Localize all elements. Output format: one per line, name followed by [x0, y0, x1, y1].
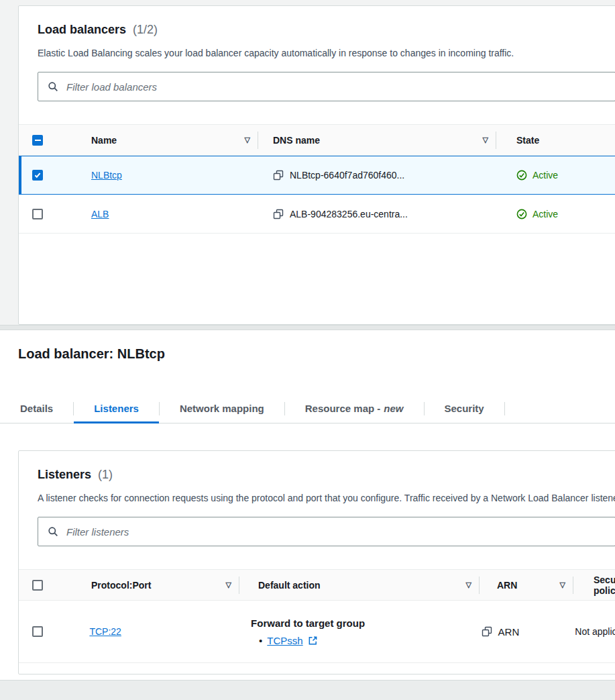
column-header-name[interactable]: Name ▽	[78, 125, 258, 155]
listeners-description: A listener checks for connection request…	[38, 493, 615, 503]
column-header-security-label: Security policy	[594, 574, 615, 596]
bullet-icon: •	[259, 635, 262, 646]
tab-details[interactable]: Details	[0, 394, 73, 423]
sort-icon[interactable]: ▽	[560, 581, 565, 589]
pane-resizer[interactable]	[0, 325, 615, 330]
tab-listeners[interactable]: Listeners	[74, 394, 159, 423]
load-balancer-link[interactable]: NLBtcp	[91, 170, 122, 181]
column-header-name-label: Name	[91, 135, 117, 146]
arn-cell: ARN	[464, 601, 555, 662]
column-header-dns-label: DNS name	[273, 135, 320, 146]
target-group-link[interactable]: TCPssh	[267, 635, 302, 646]
active-tab-underline	[74, 421, 159, 423]
load-balancers-description: Elastic Load Balancing scales your load …	[38, 48, 615, 58]
dns-cell: ALB-904283256.eu-centra...	[258, 195, 496, 233]
detail-heading: Load balancer: NLBtcp	[18, 346, 615, 362]
row-select-cell	[19, 156, 78, 194]
row-checkbox[interactable]	[32, 170, 43, 181]
load-balancers-filter-input[interactable]	[65, 81, 606, 93]
select-all-cell	[19, 125, 78, 155]
column-header-dns-name[interactable]: DNS name ▽	[258, 125, 496, 155]
listeners-filter-input[interactable]	[65, 526, 606, 538]
tab-listeners-label: Listeners	[94, 403, 139, 414]
load-balancers-filter[interactable]	[38, 72, 615, 101]
tab-security[interactable]: Security	[425, 394, 504, 423]
dns-cell: NLBtcp-6640f7ad760f460...	[258, 156, 496, 194]
sort-icon[interactable]: ▽	[466, 581, 471, 589]
forward-action-title: Forward to target group	[251, 617, 365, 629]
row-select-cell	[19, 195, 78, 233]
search-icon	[48, 526, 58, 537]
listener-row-tcp-22: TCP:22 Forward to target group • TCPssh	[19, 601, 615, 663]
arn-value: ARN	[498, 626, 520, 638]
select-all-checkbox[interactable]	[32, 135, 43, 146]
tab-network-mapping-label: Network mapping	[180, 403, 264, 414]
load-balancer-link[interactable]: ALB	[91, 209, 109, 219]
security-policy-cell: Not applicable	[555, 601, 615, 662]
sort-icon[interactable]: ▽	[226, 581, 231, 589]
column-header-arn-label: ARN	[497, 580, 517, 591]
copy-icon[interactable]	[482, 626, 492, 637]
load-balancers-title-text: Load balancers	[38, 23, 126, 36]
listeners-title: Listeners (1)	[38, 467, 615, 482]
load-balancers-table: Name ▽ DNS name ▽ State ▽	[19, 124, 615, 234]
listeners-card: Listeners (1) A listener checks for conn…	[18, 450, 615, 674]
state-badge: Active	[533, 170, 558, 181]
active-status-icon	[516, 170, 527, 181]
listener-link[interactable]: TCP:22	[89, 626, 121, 637]
sort-icon[interactable]: ▽	[245, 136, 250, 144]
table-row-alb: ALB ALB-904283256.eu-centra...	[19, 195, 615, 234]
active-status-icon	[516, 209, 527, 219]
listeners-filter[interactable]	[38, 517, 615, 546]
tab-security-label: Security	[445, 403, 484, 414]
load-balancer-detail-pane: Load balancer: NLBtcp Details Listeners …	[0, 330, 615, 700]
default-action-cell: Forward to target group • TCPssh	[232, 601, 464, 662]
copy-icon[interactable]	[273, 170, 284, 181]
listeners-table: Protocol:Port ▽ Default action ▽ ARN ▽ S…	[19, 569, 615, 663]
page-bottom-strip	[0, 680, 615, 700]
listeners-title-text: Listeners	[38, 468, 91, 481]
dns-value: NLBtcp-6640f7ad760f460...	[290, 170, 404, 181]
protocol-port-cell: TCP:22	[76, 601, 232, 662]
tab-network-mapping[interactable]: Network mapping	[160, 394, 284, 423]
select-all-checkbox[interactable]	[32, 580, 43, 591]
tab-resource-map-new-label: new	[384, 403, 403, 414]
state-badge: Active	[533, 209, 558, 219]
row-select-cell	[19, 601, 76, 662]
column-header-state-label: State	[516, 135, 539, 146]
table-row-nlbtcp: NLBtcp NLBtcp-6640f7ad760f460...	[19, 156, 615, 195]
security-policy-value: Not applicable	[575, 626, 615, 637]
column-header-security-policy[interactable]: Security policy	[573, 570, 615, 600]
tab-resource-map[interactable]: Resource map - new	[285, 394, 424, 423]
column-header-default-action[interactable]: Default action ▽	[239, 570, 480, 600]
name-cell: NLBtcp	[78, 156, 258, 194]
column-header-protocol-label: Protocol:Port	[91, 580, 151, 591]
column-header-action-label: Default action	[258, 580, 321, 591]
load-balancers-pane: Load balancers (1/2) Elastic Load Balanc…	[0, 0, 615, 325]
load-balancers-count: (1/2)	[133, 23, 158, 36]
column-header-protocol-port[interactable]: Protocol:Port ▽	[78, 570, 239, 600]
detail-tabs: Details Listeners Network mapping Resour…	[0, 394, 615, 423]
load-balancers-title: Load balancers (1/2)	[38, 22, 615, 37]
load-balancers-card: Load balancers (1/2) Elastic Load Balanc…	[18, 5, 615, 325]
tab-divider	[504, 402, 505, 415]
dns-value: ALB-904283256.eu-centra...	[290, 209, 408, 219]
state-cell: Active	[496, 156, 615, 194]
copy-icon[interactable]	[273, 209, 284, 219]
row-checkbox[interactable]	[32, 626, 43, 637]
listeners-table-header: Protocol:Port ▽ Default action ▽ ARN ▽ S…	[19, 570, 615, 601]
row-checkbox[interactable]	[32, 209, 43, 219]
check-icon	[34, 171, 42, 179]
select-all-cell	[19, 570, 78, 600]
sort-icon[interactable]: ▽	[483, 136, 488, 144]
listeners-count: (1)	[98, 468, 113, 481]
name-cell: ALB	[78, 195, 258, 233]
state-cell: Active	[496, 195, 615, 233]
tab-resource-map-label: Resource map -	[305, 403, 381, 414]
load-balancers-table-header: Name ▽ DNS name ▽ State ▽	[19, 125, 615, 156]
external-link-icon	[308, 636, 318, 646]
column-header-arn[interactable]: ARN ▽	[480, 570, 573, 600]
search-icon	[48, 81, 58, 92]
tab-details-label: Details	[20, 403, 53, 414]
column-header-state[interactable]: State ▽	[496, 125, 615, 155]
